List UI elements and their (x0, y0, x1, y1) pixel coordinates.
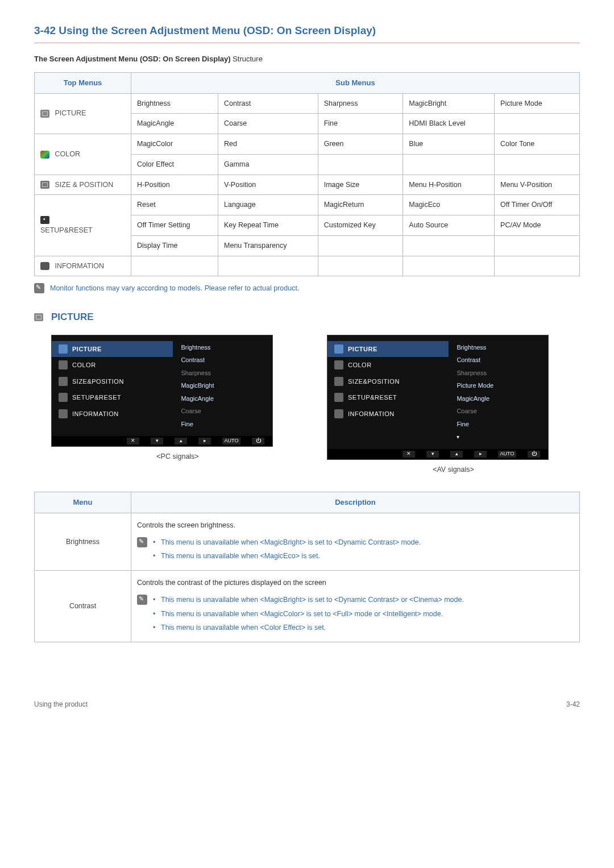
table-cell: Color Tone (495, 134, 580, 155)
osd-nav-label: PICTURE (72, 344, 102, 354)
table-cell: Sharpness (318, 93, 403, 114)
osd-power-button[interactable]: ⏻ (528, 451, 540, 458)
table-cell (131, 256, 218, 276)
osd-option[interactable]: Fine (181, 418, 264, 431)
footer-right: 3-42 (566, 699, 580, 709)
description-table: Menu Description Brightness Controls the… (34, 492, 580, 642)
osd-nav-setup[interactable]: SETUP&RESET (327, 389, 449, 406)
desc-menu-contrast: Contrast (35, 571, 131, 642)
desc-note-item: This menu is unavailable when <MagicColo… (153, 607, 464, 621)
picture-heading: PICTURE (51, 310, 94, 325)
osd-close-button[interactable]: ✕ (403, 451, 415, 458)
osd-option[interactable]: Sharpness (181, 367, 264, 380)
osd-nav-info[interactable]: INFORMATION (52, 406, 173, 422)
setup-icon (40, 216, 49, 224)
osd-up-button[interactable]: ▴ (175, 438, 187, 445)
osd-power-button[interactable]: ⏻ (252, 438, 264, 445)
osd-nav-sizepos[interactable]: SIZE&POSITION (327, 373, 449, 390)
color-icon (59, 360, 68, 369)
table-cell: V-Position (218, 175, 318, 195)
osd-nav-label: INFORMATION (348, 409, 395, 419)
osd-nav-label: SIZE&POSITION (72, 377, 124, 387)
table-cell: Fine (318, 114, 403, 134)
top-menu-sizepos: SIZE & POSITION (35, 175, 131, 195)
section-heading: 3-42 Using the Screen Adjustment Menu (O… (34, 23, 580, 43)
osd-nav-label: COLOR (72, 360, 96, 370)
screenshot-pc: PICTURE COLOR SIZE&POSITION SETUP&RESET … (51, 335, 304, 475)
osd-nav-label: INFORMATION (72, 409, 119, 419)
sizepos-icon (40, 181, 49, 189)
table-cell: Menu V-Position (495, 175, 580, 195)
subheading-rest: Structure (231, 55, 263, 63)
table-cell: Contrast (218, 93, 318, 114)
chevron-down-icon: ▾ (457, 433, 459, 441)
table-cell (403, 154, 495, 175)
osd-option[interactable]: MagicBright (181, 379, 264, 392)
osd-nav-color[interactable]: COLOR (327, 357, 449, 373)
table-cell: Auto Source (403, 215, 495, 236)
osd-nav-color[interactable]: COLOR (52, 357, 173, 373)
info-icon (59, 409, 68, 418)
osd-right-options: Brightness Contrast Sharpness Picture Mo… (449, 335, 548, 449)
table-cell: Customized Key (318, 215, 403, 236)
osd-down-button[interactable]: ▾ (426, 451, 439, 458)
table-cell: Gamma (218, 154, 318, 175)
page-footer: Using the product 3-42 (34, 699, 580, 709)
osd-up-button[interactable]: ▴ (450, 451, 463, 458)
table-cell: Coarse (218, 114, 318, 134)
header-menu: Menu (35, 492, 131, 513)
top-menu-color: COLOR (35, 134, 131, 175)
osd-nav-sizepos[interactable]: SIZE&POSITION (52, 373, 173, 390)
osd-option[interactable]: Coarse (181, 405, 264, 418)
caption-av: <AV signals> (327, 464, 580, 475)
screenshots-row: PICTURE COLOR SIZE&POSITION SETUP&RESET … (51, 335, 580, 475)
table-cell: Image Size (318, 175, 403, 195)
osd-footer: ✕ ▾ ▴ ▸ AUTO ⏻ (327, 449, 548, 459)
table-cell: PC/AV Mode (495, 215, 580, 236)
note-icon (137, 595, 147, 605)
osd-option[interactable]: Contrast (457, 354, 540, 367)
osd-close-button[interactable]: ✕ (127, 438, 139, 445)
table-cell: HDMI Black Level (403, 114, 495, 134)
osd-option[interactable]: MagicAngle (457, 392, 540, 405)
osd-auto-button[interactable]: AUTO (222, 438, 240, 445)
osd-enter-button[interactable]: ▸ (474, 451, 487, 458)
osd-nav-picture[interactable]: PICTURE (327, 341, 449, 358)
color-icon (40, 151, 49, 159)
osd-option[interactable]: Contrast (181, 354, 264, 367)
subheading-bold: The Screen Adjustment Menu (OSD: On Scre… (34, 55, 231, 63)
osd-nav-info[interactable]: INFORMATION (327, 406, 449, 422)
osd-auto-button[interactable]: AUTO (498, 451, 516, 458)
table-cell: MagicEco (403, 195, 495, 215)
osd-option[interactable]: Coarse (457, 405, 540, 418)
osd-nav-picture[interactable]: PICTURE (52, 341, 173, 358)
table-cell (495, 235, 580, 256)
setup-icon (59, 393, 68, 402)
picture-icon (34, 313, 43, 321)
osd-option[interactable]: Picture Mode (457, 379, 540, 392)
sizepos-icon (334, 377, 343, 386)
table-cell: H-Position (131, 175, 218, 195)
desc-note-item: This menu is unavailable when <MagicBrig… (153, 593, 464, 607)
osd-enter-button[interactable]: ▸ (198, 438, 211, 445)
table-cell: Color Effect (131, 154, 218, 175)
osd-footer: ✕ ▾ ▴ ▸ AUTO ⏻ (52, 436, 272, 446)
sizepos-icon (59, 377, 68, 386)
table-cell: Menu Transparency (218, 235, 318, 256)
table-cell (495, 256, 580, 276)
osd-down-button[interactable]: ▾ (151, 438, 163, 445)
header-description: Description (131, 492, 580, 513)
osd-option[interactable]: Fine (457, 418, 540, 431)
note-icon (137, 537, 147, 547)
picture-icon (40, 110, 49, 118)
note-row: Monitor functions may vary according to … (34, 283, 580, 294)
osd-option[interactable]: Brightness (457, 341, 540, 354)
osd-nav-setup[interactable]: SETUP&RESET (52, 389, 173, 406)
note-text: Monitor functions may vary according to … (50, 283, 299, 294)
table-cell: Off Timer On/Off (495, 195, 580, 215)
desc-cell-contrast: Controls the contrast of the pictures di… (131, 571, 580, 642)
osd-option[interactable]: Brightness (181, 341, 264, 354)
osd-option[interactable]: Sharpness (457, 367, 540, 380)
table-cell (495, 154, 580, 175)
osd-option[interactable]: MagicAngle (181, 392, 264, 405)
